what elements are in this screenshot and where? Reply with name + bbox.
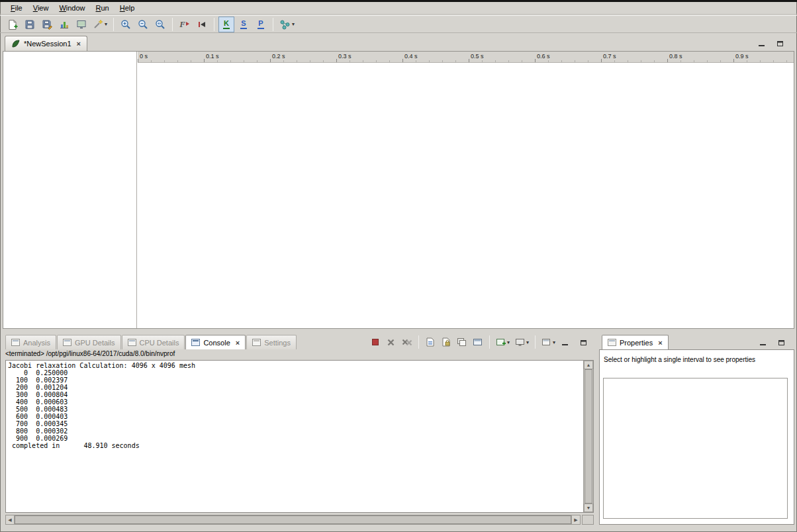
- horizontal-scroll-thumb[interactable]: [15, 515, 571, 524]
- terminate-icon: [372, 339, 379, 345]
- editor-minimize-button[interactable]: [757, 39, 767, 48]
- analysis-nodes-icon: [279, 19, 291, 30]
- analysis-tab-icon: [11, 339, 20, 346]
- save-session-as-button[interactable]: [39, 17, 55, 32]
- pin-console-button[interactable]: [455, 335, 469, 349]
- ruler-tick-mark: [230, 60, 231, 62]
- tab-gpu-details[interactable]: GPU Details: [57, 335, 121, 349]
- zoom-out-icon: [138, 19, 148, 30]
- terminate-button[interactable]: [368, 335, 383, 349]
- monitor-icon: [76, 19, 87, 30]
- session-tab[interactable]: *NewSession1 ×: [5, 36, 87, 51]
- menu-view[interactable]: View: [28, 3, 54, 13]
- properties-minimize-button[interactable]: [758, 338, 768, 347]
- menu-run[interactable]: Run: [91, 3, 115, 13]
- ruler-tick-mark: [270, 59, 271, 62]
- console-view-menu-button[interactable]: ▾: [539, 335, 557, 349]
- toolbar-separator: [273, 18, 273, 31]
- tab-console[interactable]: Console×: [185, 335, 246, 349]
- open-console-button[interactable]: ▾: [494, 335, 512, 349]
- tab-properties[interactable]: Properties ×: [602, 335, 669, 349]
- tab-label: Properties: [620, 339, 653, 347]
- editor-maximize-button[interactable]: [775, 39, 785, 48]
- close-icon[interactable]: ×: [236, 339, 240, 347]
- tab-label: GPU Details: [75, 339, 115, 347]
- console-horizontal-scrollbar[interactable]: ◀ ▶: [5, 515, 581, 525]
- zoom-fit-icon: [155, 19, 165, 30]
- ruler-tick-mark: [614, 60, 615, 62]
- ruler-tick-mark: [297, 60, 297, 62]
- console-maximize-button[interactable]: [579, 338, 588, 347]
- chevron-down-icon[interactable]: ▾: [553, 339, 555, 345]
- properties-maximize-button[interactable]: [776, 338, 786, 347]
- toolbar-separator: [489, 335, 490, 349]
- ruler-tick-mark: [191, 60, 191, 62]
- menu-file[interactable]: File: [5, 3, 28, 13]
- vertical-scroll-thumb[interactable]: [585, 369, 592, 504]
- kernel-toggle-button[interactable]: K: [218, 17, 234, 32]
- scroll-left-arrow-icon[interactable]: ◀: [6, 515, 15, 524]
- console-minimize-button[interactable]: [560, 338, 570, 347]
- scroll-lock-button[interactable]: [439, 335, 453, 349]
- save-icon: [24, 19, 35, 30]
- export-report-button[interactable]: [73, 17, 89, 32]
- timeline-canvas[interactable]: [138, 63, 794, 328]
- ruler-tick-mark: [522, 60, 522, 62]
- scroll-right-arrow-icon[interactable]: ▶: [571, 515, 580, 524]
- menu-help[interactable]: Help: [115, 3, 140, 13]
- tab-analysis[interactable]: Analysis: [5, 335, 56, 349]
- timeline-ruler[interactable]: 0 s0.1 s0.2 s0.3 s0.4 s0.5 s0.6 s0.7 s0.…: [138, 52, 794, 63]
- clear-console-button[interactable]: [423, 335, 438, 349]
- remove-launch-button[interactable]: [384, 335, 398, 349]
- close-icon[interactable]: ×: [77, 40, 81, 48]
- ruler-tick-label: 0.9 s: [735, 53, 749, 60]
- ruler-tick-mark: [720, 60, 721, 62]
- close-icon[interactable]: ×: [658, 339, 662, 347]
- zoom-out-button[interactable]: [135, 17, 151, 32]
- ruler-tick-mark: [733, 59, 734, 62]
- zoom-fit-button[interactable]: [152, 17, 168, 32]
- chevron-down-icon[interactable]: ▾: [292, 21, 295, 27]
- menu-window[interactable]: Window: [54, 3, 90, 13]
- console-vertical-scrollbar[interactable]: ▲ ▼: [583, 361, 593, 512]
- process-letter: P: [258, 20, 263, 29]
- chevron-down-icon[interactable]: ▾: [526, 339, 529, 345]
- stream-toggle-button[interactable]: S: [236, 17, 252, 32]
- scroll-up-arrow-icon[interactable]: ▲: [584, 361, 593, 369]
- properties-message: Select or highlight a single interval to…: [600, 350, 794, 363]
- console-display-menu-button[interactable]: ▾: [513, 335, 531, 349]
- remove-x-icon: [387, 338, 395, 347]
- display-selected-console-button[interactable]: [471, 335, 485, 349]
- tab-cpu-details[interactable]: CPU Details: [122, 335, 185, 349]
- process-toggle-button[interactable]: P: [253, 17, 269, 32]
- chevron-down-icon[interactable]: ▾: [507, 339, 510, 345]
- ruler-tick-mark: [654, 60, 655, 62]
- console-tab-icon: [191, 339, 200, 346]
- console-panel: AnalysisGPU DetailsCPU DetailsConsole×Se…: [3, 333, 596, 527]
- ruler-tick-label: 0.2 s: [272, 53, 285, 60]
- goto-marker-button[interactable]: [194, 17, 210, 32]
- ruler-tick-mark: [561, 60, 562, 62]
- save-session-button[interactable]: [22, 17, 38, 32]
- ruler-tick-mark: [680, 60, 681, 62]
- ruler-tick-label: 0.8 s: [669, 53, 682, 60]
- scroll-down-arrow-icon[interactable]: ▼: [584, 504, 593, 512]
- bar-chart-icon: [59, 19, 70, 30]
- zoom-in-button[interactable]: [118, 17, 134, 32]
- timeline-chart-button[interactable]: [56, 17, 72, 32]
- analysis-menu-button[interactable]: ▾: [277, 17, 297, 32]
- new-session-button[interactable]: [5, 17, 21, 32]
- ruler-tick-mark: [548, 60, 549, 62]
- flag-marker-button[interactable]: F: [177, 17, 193, 32]
- tab-settings[interactable]: Settings: [246, 335, 297, 349]
- pin-console-icon: [457, 337, 467, 347]
- properties-panel: Properties × Select or highlight a singl…: [599, 333, 794, 527]
- chevron-down-icon[interactable]: ▾: [105, 21, 107, 27]
- analyze-wand-button[interactable]: ▾: [91, 17, 109, 32]
- display-console-icon: [473, 337, 483, 347]
- tab-label: Settings: [264, 339, 291, 347]
- remove-all-terminated-button[interactable]: [400, 335, 414, 349]
- ruler-tick-mark: [667, 59, 668, 62]
- properties-content: Select or highlight a single interval to…: [599, 349, 794, 525]
- prev-marker-icon: [197, 19, 207, 30]
